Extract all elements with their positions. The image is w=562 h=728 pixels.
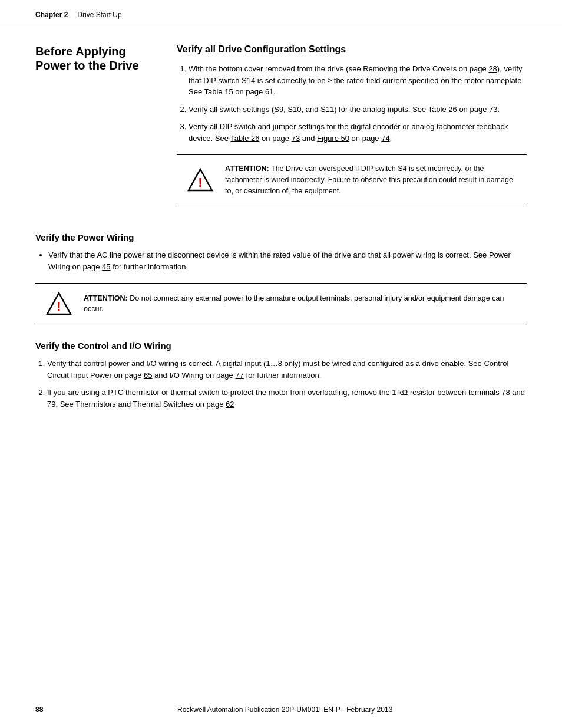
section2-bullet-1: Verify that the AC line power at the dis…: [48, 249, 527, 272]
step-1: With the bottom cover removed from the d…: [189, 63, 527, 98]
left-column: Before Applying Power to the Drive: [35, 42, 177, 216]
link-page74[interactable]: 74: [381, 134, 389, 143]
page-footer: 88 Rockwell Automation Publication 20P-U…: [0, 706, 562, 714]
section2-bullets: Verify that the AC line power at the dis…: [35, 249, 527, 272]
steps-list-1: With the bottom cover removed from the d…: [177, 63, 527, 144]
link-page73-b[interactable]: 73: [292, 134, 300, 143]
attention-text-2: ATTENTION: Do not connect any external p…: [84, 293, 517, 315]
chapter-title: Drive Start Up: [77, 11, 121, 19]
main-heading-right: Verify all Drive Configuration Settings: [177, 44, 527, 55]
section3-title: Verify the Control and I/O Wiring: [35, 341, 527, 351]
svg-text:!: !: [57, 299, 61, 314]
link-page65[interactable]: 65: [144, 371, 152, 380]
section2-title: Verify the Power Wiring: [35, 232, 527, 242]
attention-box-1: ! ATTENTION: The Drive can overspeed if …: [177, 154, 527, 205]
page: Chapter 2 Drive Start Up Before Applying…: [0, 0, 562, 728]
main-heading-left: Before Applying Power to the Drive: [35, 44, 163, 73]
link-page45[interactable]: 45: [102, 262, 110, 271]
page-number: 88: [35, 706, 43, 714]
steps-list-3: Verify that control power and I/O wiring…: [35, 358, 527, 410]
chapter-label: Chapter 2: [35, 11, 68, 19]
content-area: Before Applying Power to the Drive Verif…: [0, 24, 562, 452]
attention-box-2: ! ATTENTION: Do not connect any external…: [35, 283, 527, 324]
right-column: Verify all Drive Configuration Settings …: [177, 42, 527, 216]
link-page28[interactable]: 28: [488, 64, 497, 73]
attention-text-1: ATTENTION: The Drive can overspeed if DI…: [225, 163, 517, 196]
step-3: Verify all DIP switch and jumper setting…: [189, 121, 527, 144]
step-3-2: If you are using a PTC thermistor or the…: [47, 387, 527, 410]
attention-label-1: ATTENTION:: [225, 164, 269, 173]
attention-icon-1: !: [186, 168, 214, 192]
warning-triangle-icon-2: !: [46, 292, 72, 315]
link-table26-a[interactable]: Table 26: [428, 105, 457, 114]
link-figure50[interactable]: Figure 50: [317, 134, 349, 143]
attention-icon-2: !: [45, 292, 73, 315]
step-3-1: Verify that control power and I/O wiring…: [47, 358, 527, 381]
footer-center: Rockwell Automation Publication 20P-UM00…: [43, 706, 527, 714]
link-page73-a[interactable]: 73: [489, 105, 497, 114]
step-2: Verify all switch settings (S9, S10, and…: [189, 104, 527, 116]
attention-label-2: ATTENTION:: [84, 294, 128, 302]
attention-body-2: Do not connect any external power to the…: [84, 294, 504, 314]
warning-triangle-icon: !: [187, 168, 213, 192]
page-header: Chapter 2 Drive Start Up: [0, 0, 562, 24]
link-table26-b[interactable]: Table 26: [230, 134, 259, 143]
svg-text:!: !: [198, 175, 202, 190]
link-page62[interactable]: 62: [226, 400, 234, 409]
main-section: Before Applying Power to the Drive Verif…: [35, 42, 527, 216]
link-table15[interactable]: Table 15: [204, 87, 233, 96]
link-page61[interactable]: 61: [265, 87, 273, 96]
link-page77[interactable]: 77: [235, 371, 243, 380]
